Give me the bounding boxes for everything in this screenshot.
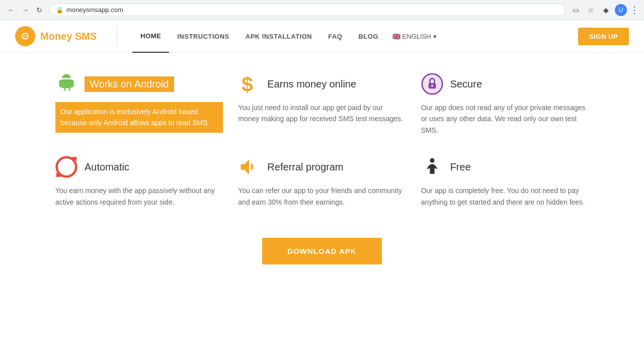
extensions-button[interactable]: ◆: [600, 4, 612, 16]
feature-referral-desc: You can refer our app to your friends an…: [238, 185, 406, 208]
feature-android-header: Works on Android: [55, 73, 223, 95]
feature-secure: Secure Our app does not read any of your…: [421, 73, 589, 136]
android-icon: [55, 73, 77, 95]
logo-icon: ⚙: [15, 26, 35, 46]
browser-actions: ▭ ☆ ◆ U ⋮: [570, 4, 639, 16]
nav-apk-installation[interactable]: APK INSTALLATION: [237, 20, 320, 53]
download-section: DOWNLOAD APK: [55, 238, 589, 264]
svg-point-4: [431, 85, 433, 87]
feature-earns-desc: You just need to install our app get pai…: [238, 102, 406, 125]
chevron-down-icon: ▾: [433, 33, 437, 40]
browser-nav-buttons: ← → ↻: [5, 4, 45, 16]
logo-text: Money SMS: [40, 31, 97, 42]
nav-faq[interactable]: FAQ: [320, 20, 350, 53]
feature-secure-desc: Our app does not read any of your privat…: [421, 102, 589, 136]
main-content: Works on Android Our application is excl…: [45, 53, 599, 295]
refresh-icon: [55, 156, 77, 178]
back-button[interactable]: ←: [5, 4, 17, 16]
svg-text:$: $: [242, 73, 253, 95]
feature-automatic-header: Automatic: [55, 156, 223, 178]
person-icon: [421, 156, 443, 178]
nav-divider: [117, 26, 117, 46]
refresh-button[interactable]: ↻: [33, 4, 45, 16]
nav-instructions[interactable]: INSTRUCTIONS: [169, 20, 237, 53]
feature-automatic-title: Automatic: [85, 161, 129, 173]
feature-automatic-desc: You earn money with the app passively wi…: [55, 185, 223, 208]
feature-earns-header: $ Earns money online: [238, 73, 406, 95]
url-text: moneysmsapp.com: [66, 6, 123, 14]
svg-point-5: [430, 158, 434, 163]
nav-blog[interactable]: BLOG: [350, 20, 386, 53]
bookmark-button[interactable]: ☆: [585, 4, 597, 16]
dollar-icon: $: [238, 73, 260, 95]
features-grid: Works on Android Our application is excl…: [55, 73, 589, 208]
megaphone-icon: [238, 156, 260, 178]
site-nav: ⚙ Money SMS HOME INSTRUCTIONS APK INSTAL…: [0, 20, 644, 53]
feature-secure-title: Secure: [450, 78, 482, 90]
feature-free: Free Our app is completely free. You do …: [421, 156, 589, 208]
signup-button[interactable]: SIGN UP: [578, 28, 629, 45]
logo-area: ⚙ Money SMS: [15, 26, 97, 46]
menu-dots[interactable]: ⋮: [630, 5, 639, 16]
nav-links: HOME INSTRUCTIONS APK INSTALLATION FAQ B…: [132, 20, 578, 53]
cast-button[interactable]: ▭: [570, 4, 582, 16]
feature-earns-title: Earns money online: [267, 78, 356, 90]
lock-icon: 🔒: [56, 7, 63, 14]
feature-android: Works on Android Our application is excl…: [55, 73, 223, 136]
svg-line-7: [435, 166, 437, 169]
address-bar[interactable]: 🔒 moneysmsapp.com: [49, 4, 566, 16]
svg-line-6: [427, 166, 429, 169]
feature-referral-header: Referral program: [238, 156, 406, 178]
feature-referral: Referral program You can refer our app t…: [238, 156, 406, 208]
download-apk-button[interactable]: DOWNLOAD APK: [262, 238, 381, 264]
language-label: 🇬🇧 ENGLISH: [392, 33, 431, 40]
feature-earns: $ Earns money online You just need to in…: [238, 73, 406, 136]
feature-automatic: Automatic You earn money with the app pa…: [55, 156, 223, 208]
feature-free-header: Free: [421, 156, 589, 178]
feature-android-desc: Our application is exclusively Android b…: [55, 102, 223, 133]
forward-button[interactable]: →: [19, 4, 31, 16]
nav-home[interactable]: HOME: [132, 20, 169, 53]
feature-referral-title: Referral program: [267, 161, 343, 173]
feature-android-title: Works on Android: [85, 76, 174, 92]
feature-free-desc: Our app is completely free. You do not n…: [421, 185, 589, 208]
shield-lock-icon: [421, 73, 443, 95]
user-avatar[interactable]: U: [615, 4, 627, 16]
browser-chrome: ← → ↻ 🔒 moneysmsapp.com ▭ ☆ ◆ U ⋮: [0, 0, 644, 20]
feature-free-title: Free: [450, 161, 471, 173]
feature-secure-header: Secure: [421, 73, 589, 95]
language-selector[interactable]: 🇬🇧 ENGLISH ▾: [386, 33, 443, 40]
